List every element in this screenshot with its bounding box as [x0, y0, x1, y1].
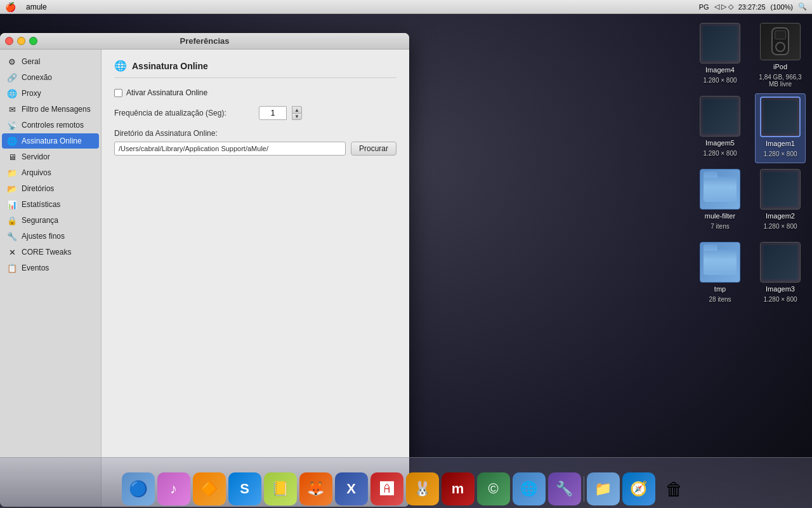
dock-item-app1[interactable]: 🅰 — [370, 472, 403, 505]
dock-item-trash[interactable]: 🗑 — [658, 472, 691, 505]
icon-sublabel-ipod: 1,84 GB, 966,3 MB livre — [757, 74, 803, 88]
estatisticas-icon: 📊 — [7, 199, 17, 210]
icon-label-tmp: tmp — [714, 285, 726, 293]
sidebar-item-core[interactable]: ✕ CORE Tweaks — [2, 244, 99, 260]
desktop: orrectly. Imagem4 1.280 × 800 iPod 1,84 … — [0, 14, 812, 508]
icon-sublabel-imagem3: 1.280 × 800 — [763, 296, 797, 303]
titlebar: Preferências — [0, 33, 409, 50]
sidebar-item-assinatura[interactable]: 🌐 Assinatura Online — [2, 133, 99, 149]
sidebar-item-seguranca[interactable]: 🔒 Segurança — [2, 213, 99, 228]
sidebar-label-servidor: Servidor — [22, 152, 50, 161]
desktop-icon-imagem1[interactable]: Imagem1 1.280 × 800 — [755, 93, 806, 163]
main-content: 🌐 Assinatura Online Ativar Assinatura On… — [102, 50, 409, 507]
ajustes-icon: 🔧 — [7, 231, 17, 241]
section-header-icon: 🌐 — [114, 60, 127, 72]
sidebar-item-conexao[interactable]: 🔗 Conexão — [2, 70, 99, 85]
desktop-icon-ipod[interactable]: iPod 1,84 GB, 966,3 MB livre — [755, 20, 806, 90]
thumbnail-imagem1 — [760, 97, 801, 137]
dock-item-itunes[interactable]: ♪ — [157, 472, 190, 505]
filtro-icon: ✉ — [7, 104, 17, 114]
pg-indicator: PG — [699, 3, 709, 11]
apple-menu[interactable]: 🍎 — [5, 2, 16, 12]
sidebar-label-conexao: Conexão — [22, 73, 52, 82]
core-icon: ✕ — [7, 247, 17, 257]
icon-sublabel-imagem2: 1.280 × 800 — [763, 223, 797, 230]
sidebar-label-controles: Controles remotos — [22, 121, 84, 130]
desktop-icon-imagem4[interactable]: Imagem4 1.280 × 800 — [695, 20, 745, 90]
icon-label-ipod: iPod — [773, 63, 787, 71]
folder-shape — [704, 177, 737, 202]
close-button[interactable] — [5, 37, 13, 45]
dock-item-folder[interactable]: 📁 — [587, 472, 620, 505]
dock-item-xcode[interactable]: X — [335, 472, 368, 505]
arquivos-icon: 📁 — [7, 168, 17, 178]
desktop-icon-tmp[interactable]: tmp 28 itens — [695, 239, 745, 309]
icon-sublabel-tmp: 28 itens — [709, 296, 731, 303]
sidebar-item-ajustes[interactable]: 🔧 Ajustes finos — [2, 229, 99, 244]
proxy-icon: 🌐 — [7, 88, 17, 98]
directory-input[interactable] — [114, 142, 346, 156]
dock-item-app4[interactable]: 🌐 — [513, 472, 546, 505]
frequency-stepper: ▲ ▼ — [292, 106, 302, 120]
dock-item-app3[interactable]: © — [477, 472, 510, 505]
sidebar-label-ajustes: Ajustes finos — [22, 232, 65, 241]
dock-item-finder[interactable]: 🔵 — [122, 472, 155, 505]
activate-checkbox[interactable] — [114, 89, 122, 97]
icon-label-imagem1: Imagem1 — [766, 140, 795, 148]
menubar: 🍎 amule PG ◁ ▷ ◇ 23:27:25 (100%) 🔍 — [0, 0, 812, 14]
sidebar-item-controles[interactable]: 📡 Controles remotos — [2, 117, 99, 133]
desktop-icon-imagem3[interactable]: Imagem3 1.280 × 800 — [755, 239, 806, 309]
sidebar-label-seguranca: Segurança — [22, 216, 58, 225]
sidebar: ⚙ Geral 🔗 Conexão 🌐 Proxy ✉ Filtro de Me… — [0, 50, 102, 507]
dock-item-vlc[interactable]: 🔶 — [193, 472, 226, 505]
sidebar-item-estatisticas[interactable]: 📊 Estatísticas — [2, 197, 99, 212]
thumbnail-tmp — [700, 242, 740, 283]
desktop-icon-imagem5[interactable]: Imagem5 1.280 × 800 — [695, 93, 745, 163]
frequency-stepper-down[interactable]: ▼ — [292, 113, 302, 120]
menubar-left: 🍎 amule — [5, 2, 47, 12]
icon-label-imagem2: Imagem2 — [766, 212, 795, 220]
window-buttons — [5, 37, 37, 45]
desktop-icon-imagem2[interactable]: Imagem2 1.280 × 800 — [755, 166, 806, 236]
eventos-icon: 📋 — [7, 263, 17, 273]
seguranca-icon: 🔒 — [7, 215, 17, 225]
sidebar-item-arquivos[interactable]: 📁 Arquivos — [2, 165, 99, 180]
dock-item-safari[interactable]: 🧭 — [622, 472, 655, 505]
thumbnail-ipod — [760, 23, 801, 60]
preferences-window: Preferências ⚙ Geral 🔗 Conexão 🌐 Proxy — [0, 33, 409, 507]
sidebar-label-estatisticas: Estatísticas — [22, 200, 60, 209]
clock: 23:27:25 — [738, 3, 766, 11]
sidebar-label-filtro: Filtro de Mensagens — [22, 105, 91, 114]
maximize-button[interactable] — [29, 37, 37, 45]
icon-label-imagem5: Imagem5 — [705, 139, 735, 147]
dock-item-firefox[interactable]: 🦊 — [299, 472, 332, 505]
frequency-stepper-up[interactable]: ▲ — [292, 106, 302, 113]
window-content: ⚙ Geral 🔗 Conexão 🌐 Proxy ✉ Filtro de Me… — [0, 50, 409, 507]
icon-sublabel-imagem5: 1.280 × 800 — [703, 150, 737, 157]
app-name: amule — [26, 3, 47, 11]
dock-item-mamule[interactable]: m — [442, 472, 475, 505]
dock-item-app5[interactable]: 🔧 — [548, 472, 581, 505]
search-icon[interactable]: 🔍 — [798, 3, 807, 11]
sidebar-item-geral[interactable]: ⚙ Geral — [2, 54, 99, 69]
window-title: Preferências — [180, 36, 229, 46]
sidebar-item-diretorios[interactable]: 📂 Diretórios — [2, 181, 99, 196]
sidebar-label-eventos: Eventos — [22, 264, 49, 272]
desktop-icon-mule-filter[interactable]: mule-filter 7 itens — [695, 166, 745, 236]
diretorios-icon: 📂 — [7, 184, 17, 194]
frequency-label: Frequência de atualização (Seg): — [114, 109, 254, 117]
icon-sublabel-imagem4: 1.280 × 800 — [703, 77, 737, 84]
dock-item-amule[interactable]: 🐰 — [406, 472, 439, 505]
sidebar-label-diretorios: Diretórios — [22, 184, 54, 193]
thumbnail-imagem5 — [700, 96, 740, 137]
dock-item-addressbook[interactable]: 📒 — [264, 472, 297, 505]
frequency-input[interactable] — [259, 106, 287, 120]
sidebar-item-proxy[interactable]: 🌐 Proxy — [2, 86, 99, 101]
sidebar-item-servidor[interactable]: 🖥 Servidor — [2, 149, 99, 164]
minimize-button[interactable] — [17, 37, 25, 45]
sidebar-item-filtro[interactable]: ✉ Filtro de Mensagens — [2, 102, 99, 117]
geral-icon: ⚙ — [7, 57, 17, 67]
dock-item-skype[interactable]: S — [228, 472, 261, 505]
browse-button[interactable]: Procurar — [351, 142, 396, 156]
sidebar-item-eventos[interactable]: 📋 Eventos — [2, 260, 99, 276]
